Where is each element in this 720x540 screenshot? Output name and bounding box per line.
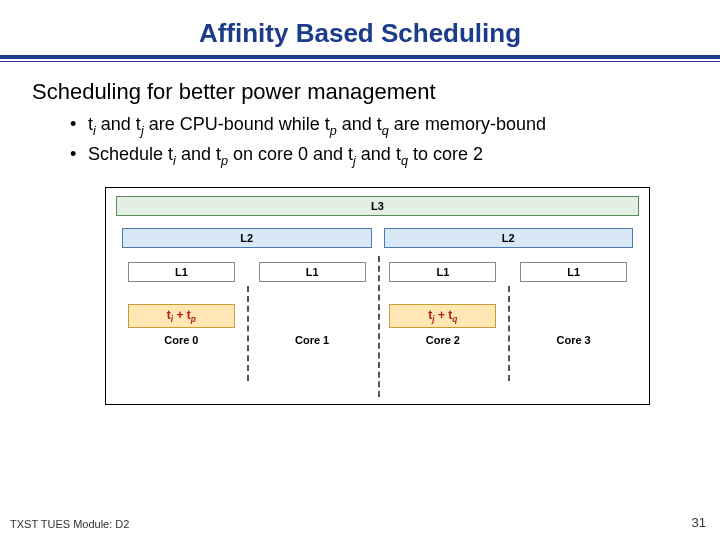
task-core2: tj + tq: [389, 304, 496, 328]
cache-diagram: L3 L2 L1 ti + tp Core 0 L1: [105, 187, 650, 405]
core-3-label: Core 3: [557, 334, 591, 346]
slide-title: Affinity Based Scheduling: [10, 18, 710, 49]
bullet-2: Schedule ti and tp on core 0 and tj and …: [70, 143, 680, 169]
core-0-col: L1 ti + tp Core 0: [116, 262, 247, 383]
l1-core1: L1: [259, 262, 366, 282]
core-2-label: Core 2: [426, 334, 460, 346]
l2-left: L2: [122, 228, 372, 248]
l1-core3: L1: [520, 262, 627, 282]
footer-page: 31: [692, 515, 706, 530]
core-1-col: L1 Core 1: [247, 262, 378, 383]
half-right: L2 L1 tj + tq Core 2 L1 Core 3: [378, 228, 640, 383]
l1-core2: L1: [389, 262, 496, 282]
subtitle: Scheduling for better power management: [32, 79, 704, 105]
bullet-1: ti and tj are CPU-bound while tp and tq …: [70, 113, 680, 139]
core-2-col: L1 tj + tq Core 2: [378, 262, 509, 383]
core-0-label: Core 0: [164, 334, 198, 346]
core-3-col: L1 Core 3: [508, 262, 639, 383]
half-left: L2 L1 ti + tp Core 0 L1 Core 1: [116, 228, 378, 383]
task-core0: ti + tp: [128, 304, 235, 328]
l2-right: L2: [384, 228, 634, 248]
title-rule: [0, 55, 720, 63]
footer-module: TXST TUES Module: D2: [10, 518, 129, 530]
bullet-list: ti and tj are CPU-bound while tp and tq …: [70, 113, 680, 169]
l3-cache: L3: [116, 196, 639, 216]
core-1-label: Core 1: [295, 334, 329, 346]
l1-core0: L1: [128, 262, 235, 282]
